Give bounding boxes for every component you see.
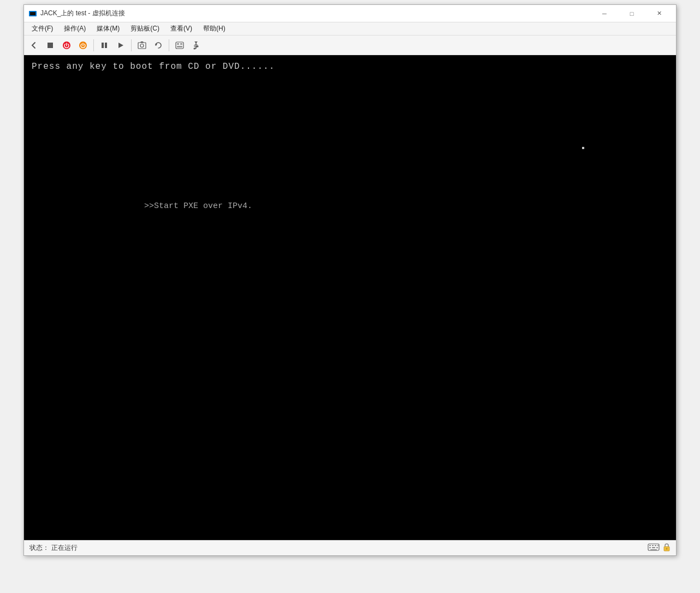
status-right	[648, 543, 671, 553]
shutdown-button[interactable]	[59, 38, 74, 53]
status-value: 正在运行	[51, 543, 78, 553]
menu-action[interactable]: 操作(A)	[58, 23, 91, 34]
toolbar	[24, 35, 676, 55]
svg-rect-3	[48, 43, 53, 48]
reset-button[interactable]	[75, 38, 91, 53]
close-button[interactable]: ✕	[646, 6, 672, 21]
menu-clipboard[interactable]: 剪贴板(C)	[125, 23, 165, 34]
svg-rect-26	[655, 545, 656, 546]
svg-marker-17	[194, 41, 198, 43]
window-icon	[28, 9, 37, 18]
svg-rect-27	[657, 545, 659, 546]
svg-rect-7	[105, 43, 107, 48]
start-button[interactable]	[113, 38, 128, 53]
svg-rect-14	[180, 43, 182, 45]
svg-rect-24	[649, 545, 651, 546]
svg-rect-31	[650, 549, 657, 550]
status-label: 状态：	[29, 543, 49, 553]
separator-1	[93, 39, 94, 51]
pause-button[interactable]	[97, 38, 112, 53]
svg-rect-12	[176, 42, 183, 49]
svg-rect-9	[138, 43, 146, 49]
cursor	[582, 147, 584, 149]
svg-rect-6	[102, 43, 104, 48]
vm-window: JACK_上的 test - 虚拟机连接 ─ □ ✕ 文件(F) 操作(A) 媒…	[23, 4, 677, 556]
separator-2	[131, 39, 132, 51]
minimize-button[interactable]: ─	[592, 6, 617, 21]
keyboard-icon	[648, 543, 660, 553]
window-title: JACK_上的 test - 虚拟机连接	[40, 9, 592, 18]
svg-rect-28	[649, 547, 651, 548]
stop-button[interactable]	[43, 38, 58, 53]
separator-3	[169, 39, 169, 51]
svg-point-22	[197, 45, 199, 47]
menubar: 文件(F) 操作(A) 媒体(M) 剪贴板(C) 查看(V) 帮助(H)	[24, 22, 676, 35]
svg-marker-8	[118, 43, 123, 48]
svg-point-20	[194, 48, 195, 49]
svg-rect-29	[652, 547, 655, 548]
usb-button[interactable]	[188, 38, 204, 53]
ctrl-alt-del-button[interactable]	[172, 38, 187, 53]
svg-rect-2	[30, 12, 35, 15]
menu-media[interactable]: 媒体(M)	[91, 23, 125, 34]
menu-view[interactable]: 查看(V)	[165, 23, 198, 34]
menu-file[interactable]: 文件(F)	[26, 23, 58, 34]
svg-point-10	[140, 44, 144, 47]
pxe-message: >>Start PXE over IPv4.	[144, 201, 252, 211]
snapshot-button[interactable]	[134, 38, 150, 53]
lock-icon	[663, 543, 671, 553]
titlebar: JACK_上的 test - 虚拟机连接 ─ □ ✕	[24, 5, 676, 22]
svg-rect-15	[177, 46, 182, 48]
vm-screen[interactable]: Press any key to boot from CD or DVD....…	[24, 55, 676, 540]
maximize-button[interactable]: □	[619, 6, 644, 21]
revert-button[interactable]	[151, 38, 166, 53]
statusbar: 状态： 正在运行	[24, 540, 676, 555]
boot-message: Press any key to boot from CD or DVD....…	[32, 62, 668, 72]
menu-help[interactable]: 帮助(H)	[198, 23, 231, 34]
svg-rect-25	[652, 545, 654, 546]
vm-content: Press any key to boot from CD or DVD....…	[24, 55, 676, 540]
svg-point-33	[666, 548, 668, 550]
svg-rect-13	[177, 43, 179, 45]
svg-rect-30	[656, 547, 658, 548]
back-button[interactable]	[26, 38, 41, 53]
status-left: 状态： 正在运行	[29, 543, 78, 553]
window-controls: ─ □ ✕	[592, 6, 672, 21]
